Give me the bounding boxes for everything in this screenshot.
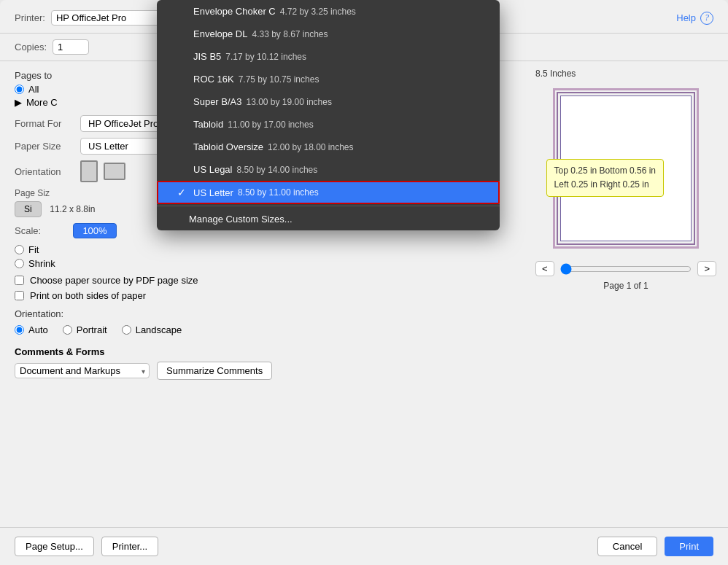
pages-all-label: All	[28, 84, 39, 95]
auto-row: Auto	[15, 324, 48, 335]
orientation-options: Auto Portrait Landscape	[15, 322, 509, 338]
dropdown-item-super-ba3[interactable]: Super B/A3 13.00 by 19.00 inches	[157, 90, 500, 113]
orientation-label: Orientation	[15, 166, 80, 177]
tooltip-line1: Top 0.25 in Bottom 0.56 in	[554, 164, 656, 178]
auto-radio[interactable]	[15, 325, 24, 335]
dropdown-item-roc-16k[interactable]: ROC 16K 7.75 by 10.75 inches	[157, 68, 500, 90]
page-info: Page 1 of 1	[535, 281, 716, 291]
dropdown-item-us-letter[interactable]: ✓ US Letter 8.50 by 11.00 inches	[157, 181, 500, 204]
page-slider[interactable]	[560, 263, 692, 275]
dropdown-item-envelope-choker[interactable]: Envelope Choker C 4.72 by 3.25 inches	[157, 0, 500, 23]
shrink-label: Shrink	[28, 258, 55, 269]
page-setup-button[interactable]: Page Setup...	[15, 537, 94, 556]
print-dialog: Printer: HP OfficeJet Pro Help ? Copies:…	[0, 0, 728, 565]
choose-paper-row: Choose paper source by PDF page size	[15, 275, 509, 286]
orientation-icons	[80, 160, 125, 182]
landscape-row: Landscape	[122, 324, 182, 335]
margin-tooltip: Top 0.25 in Bottom 0.56 in Left 0.25 in …	[546, 159, 664, 197]
print-button[interactable]: Print	[665, 537, 713, 556]
dropdown-item-envelope-dl[interactable]: Envelope DL 4.33 by 8.67 inches	[157, 23, 500, 45]
shrink-radio[interactable]	[15, 259, 24, 268]
help-icon: ?	[700, 12, 713, 25]
paper-size-dropdown: Envelope Choker C 4.72 by 3.25 inches En…	[157, 0, 500, 230]
doc-markups-select[interactable]: Document and Markups	[15, 363, 150, 378]
fit-row: Fit	[15, 244, 509, 255]
print-both-sides-row: Print on both sides of paper	[15, 290, 509, 301]
dropdown-item-tabloid[interactable]: Tabloid 11.00 by 17.00 inches	[157, 113, 500, 136]
auto-label: Auto	[28, 324, 48, 335]
paper-info: 8.5 Inches	[535, 69, 576, 79]
landscape-radio[interactable]	[122, 325, 131, 335]
portrait-label: Portrait	[77, 324, 107, 335]
comments-row: Document and Markups Summarize Comments	[15, 362, 509, 380]
bottom-right-buttons: Cancel Print	[597, 537, 713, 556]
fit-radio[interactable]	[15, 245, 24, 254]
size-text: 11.2 x 8.8in	[50, 204, 95, 214]
choose-paper-label: Choose paper source by PDF page size	[30, 275, 198, 286]
printer-button[interactable]: Printer...	[101, 537, 158, 556]
portrait-icon[interactable]	[80, 160, 98, 182]
shrink-row: Shrink	[15, 258, 509, 269]
pages-more-text: More C	[26, 97, 58, 108]
prev-page-button[interactable]: <	[535, 261, 554, 276]
fit-label: Fit	[28, 244, 39, 255]
landscape-label: Landscape	[136, 324, 182, 335]
help-link[interactable]: Help ?	[676, 12, 713, 25]
print-both-sides-label: Print on both sides of paper	[30, 290, 146, 301]
help-text: Help	[676, 12, 696, 23]
orientation-section: Orientation: Auto Portrait Landscape	[15, 308, 509, 338]
print-both-sides-checkbox[interactable]	[15, 291, 24, 300]
cancel-button[interactable]: Cancel	[597, 537, 657, 556]
fit-shrink-section: Fit Shrink	[15, 244, 509, 269]
pagination-row: < >	[535, 261, 716, 276]
pages-all-radio[interactable]	[15, 85, 24, 94]
choose-paper-checkbox[interactable]	[15, 276, 24, 285]
doc-select-wrapper[interactable]: Document and Markups	[15, 363, 150, 378]
checkmark-us-letter: ✓	[177, 187, 189, 198]
copies-label: Copies:	[15, 42, 47, 52]
comments-forms-title: Comments & Forms	[15, 346, 509, 357]
dropdown-item-tabloid-oversize[interactable]: Tabloid Oversize 12.00 by 18.00 inches	[157, 136, 500, 158]
comments-forms-section: Comments & Forms Document and Markups Su…	[15, 346, 509, 380]
portrait-row: Portrait	[63, 324, 107, 335]
tooltip-line2: Left 0.25 in Right 0.25 in	[554, 178, 656, 192]
dropdown-item-manage-custom[interactable]: Manage Custom Sizes...	[157, 208, 500, 230]
dropdown-item-jis-b5[interactable]: JIS B5 7.17 by 10.12 inches	[157, 45, 500, 68]
summarize-button[interactable]: Summarize Comments	[157, 362, 272, 380]
dropdown-item-us-legal[interactable]: US Legal 8.50 by 14.00 inches	[157, 158, 500, 181]
copies-input[interactable]	[53, 39, 89, 55]
size-button[interactable]: Si	[15, 201, 42, 217]
next-page-button[interactable]: >	[697, 261, 716, 276]
scale-input[interactable]	[73, 223, 117, 238]
orientation-title: Orientation:	[15, 308, 509, 319]
portrait-radio[interactable]	[63, 325, 72, 335]
dropdown-separator	[157, 206, 500, 206]
scale-label: Scale:	[15, 225, 73, 236]
paper-size-label: Paper Size	[15, 141, 80, 152]
format-for-label: Format For	[15, 118, 80, 129]
printer-label: Printer:	[15, 12, 45, 23]
dialog-bottom: Page Setup... Printer... Cancel Print	[0, 527, 728, 565]
landscape-icon[interactable]	[104, 163, 125, 180]
pages-more-label: ▶	[15, 97, 22, 108]
right-panel: 8.5 Inches < > Page 1 of 1	[524, 61, 728, 469]
